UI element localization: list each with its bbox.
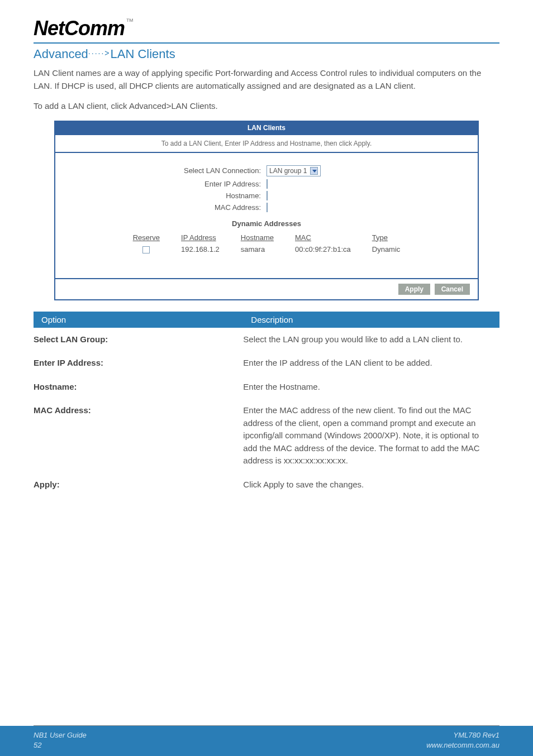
intro-paragraph-2: To add a LAN client, click Advanced>LAN …: [34, 100, 499, 113]
hostname-label: Hostname:: [72, 192, 266, 200]
cell-ip: 192.168.1.2: [171, 244, 230, 255]
chevron-down-icon: [310, 167, 318, 175]
lan-clients-panel: LAN Clients To add a LAN Client, Enter I…: [54, 121, 479, 300]
option-row: MAC Address: Enter the MAC address of th…: [34, 399, 499, 473]
select-lan-label: Select LAN Connection:: [72, 166, 266, 175]
brand-logo: NetComm™: [34, 17, 499, 40]
apply-button[interactable]: Apply: [398, 284, 430, 295]
footer-revision: YML780 Rev1: [426, 730, 499, 740]
col-hostname: Hostname: [231, 232, 284, 243]
footer-page-number: 52: [34, 740, 87, 750]
title-suffix: LAN Clients: [110, 47, 175, 61]
option-label: Select LAN Group:: [34, 328, 243, 352]
col-reserve: Reserve: [123, 232, 170, 243]
option-desc: Enter the Hostname.: [243, 375, 499, 399]
option-row: Hostname: Enter the Hostname.: [34, 375, 499, 399]
option-row: Select LAN Group: Select the LAN group y…: [34, 328, 499, 352]
title-arrow: ·····>: [88, 49, 111, 58]
select-lan-connection[interactable]: LAN group 1: [266, 165, 321, 176]
ip-address-label: Enter IP Address:: [72, 180, 266, 188]
hostname-input[interactable]: [266, 191, 268, 200]
option-label: Apply:: [34, 473, 243, 497]
panel-footer: Apply Cancel: [55, 278, 478, 299]
footer-doc-title: NB1 User Guide: [34, 730, 87, 740]
panel-instruction: To add a LAN Client, Enter IP Address an…: [55, 134, 478, 153]
dynamic-addresses-table: Reserve IP Address Hostname MAC Type 192…: [122, 231, 412, 256]
option-label: Hostname:: [34, 375, 243, 399]
intro-paragraph-1: LAN Client names are a way of applying s…: [34, 67, 499, 92]
option-label: Enter IP Address:: [34, 351, 243, 375]
option-desc: Click Apply to save the changes.: [243, 473, 499, 497]
table-row: 192.168.1.2 samara 00:c0:9f:27:b1:ca Dyn…: [123, 244, 411, 255]
select-value: LAN group 1: [269, 167, 307, 175]
logo-text: NetComm: [34, 17, 125, 40]
option-desc: Enter the MAC address of the new client.…: [243, 399, 499, 473]
page-footer: NB1 User Guide 52 YML780 Rev1 www.netcom…: [0, 726, 533, 756]
ip-address-input[interactable]: [266, 179, 268, 189]
option-row: Apply: Click Apply to save the changes.: [34, 473, 499, 497]
option-desc: Enter the IP address of the LAN client t…: [243, 351, 499, 375]
divider: [34, 42, 499, 44]
col-type: Type: [362, 232, 411, 243]
dynamic-addresses-heading: Dynamic Addresses: [72, 219, 461, 228]
reserve-checkbox[interactable]: [142, 246, 150, 253]
section-title: Advanced·····>LAN Clients: [34, 47, 499, 61]
col-mac: MAC: [285, 232, 361, 243]
cell-mac: 00:c0:9f:27:b1:ca: [285, 244, 361, 255]
options-table: Option Description Select LAN Group: Sel…: [34, 312, 499, 497]
panel-titlebar: LAN Clients: [55, 122, 478, 134]
options-header-option: Option: [34, 312, 243, 328]
mac-address-input[interactable]: [266, 203, 268, 212]
option-desc: Select the LAN group you would like to a…: [243, 328, 499, 352]
logo-tm: ™: [126, 17, 133, 26]
cancel-button[interactable]: Cancel: [435, 284, 470, 295]
option-row: Enter IP Address: Enter the IP address o…: [34, 351, 499, 375]
cell-type: Dynamic: [362, 244, 411, 255]
options-header-description: Description: [243, 312, 499, 328]
option-label: MAC Address:: [34, 399, 243, 473]
footer-url: www.netcomm.com.au: [426, 740, 499, 750]
col-ip: IP Address: [171, 232, 230, 243]
mac-address-label: MAC Address:: [72, 203, 266, 212]
cell-hostname: samara: [231, 244, 284, 255]
title-prefix: Advanced: [34, 47, 88, 61]
